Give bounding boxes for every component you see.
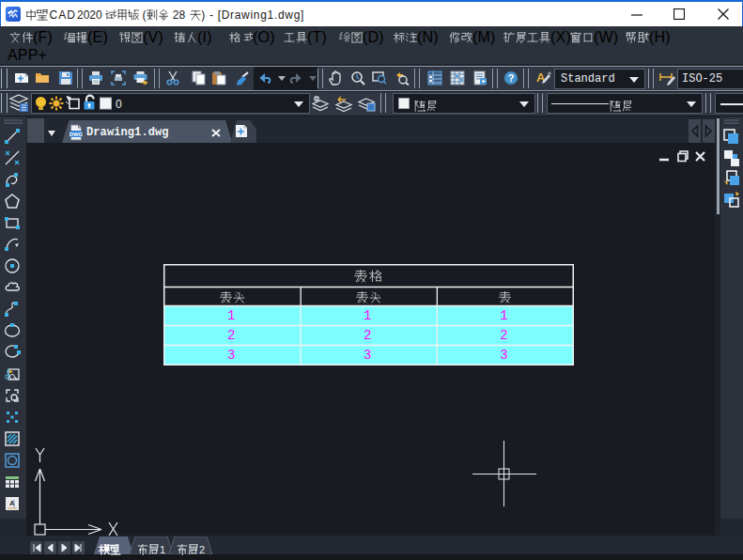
svg-text:DWG: DWG [70,132,83,137]
svg-text:0: 0 [116,98,122,111]
svg-text:?: ? [508,72,515,84]
